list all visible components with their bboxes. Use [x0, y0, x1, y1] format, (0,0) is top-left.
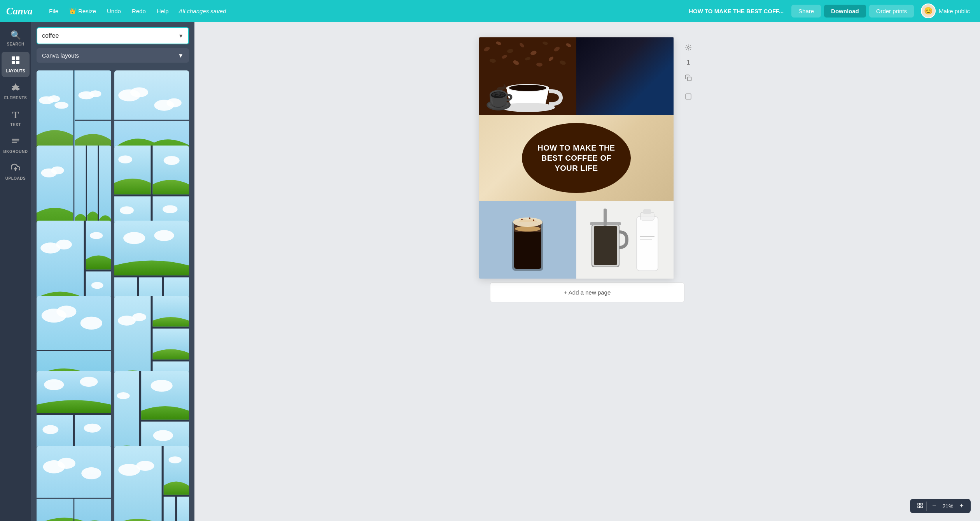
share-button[interactable]: Share: [791, 5, 821, 18]
canvas-options-button[interactable]: [681, 40, 695, 54]
sidebar-item-text[interactable]: T TEXT: [2, 105, 30, 131]
svg-rect-1: [12, 56, 15, 60]
svg-point-86: [117, 392, 130, 399]
svg-point-77: [44, 379, 64, 390]
layouts-dropdown[interactable]: Canva layouts ▼: [37, 48, 189, 63]
svg-rect-162: [920, 503, 922, 505]
left-panel: ▼ Canva layouts ▼: [31, 22, 194, 521]
menu-file[interactable]: File: [45, 5, 62, 17]
download-button[interactable]: Download: [824, 5, 866, 18]
svg-point-144: [521, 219, 523, 220]
order-prints-button[interactable]: Order prints: [869, 5, 914, 18]
svg-point-16: [89, 90, 102, 97]
svg-rect-163: [920, 506, 922, 508]
sidebar-icons: 🔍 SEARCH LAYOUTS ELE: [0, 22, 31, 521]
menu-redo[interactable]: Redo: [128, 5, 150, 17]
canvas-wrapper: HOW TO MAKE THE BEST COFFEE OF YOUR LIFE: [479, 37, 695, 279]
svg-point-35: [118, 156, 132, 163]
layouts-dropdown-label: Canva layouts: [42, 52, 79, 59]
svg-point-11: [48, 95, 60, 102]
svg-rect-161: [918, 503, 920, 505]
delete-page-button[interactable]: [681, 89, 695, 103]
svg-rect-134: [615, 80, 622, 87]
zoom-out-button[interactable]: −: [929, 501, 940, 511]
svg-rect-99: [114, 446, 162, 521]
background-icon: [11, 136, 20, 148]
crown-icon: 👑: [69, 8, 76, 14]
canvas-image-top-right[interactable]: [576, 37, 674, 115]
menu-undo[interactable]: Undo: [103, 5, 125, 17]
sidebar-item-layouts[interactable]: LAYOUTS: [2, 52, 30, 77]
add-page-button[interactable]: + Add a new page: [490, 282, 684, 302]
canvas-title: HOW TO MAKE THE BEST COFFEE OF YOUR LIFE: [530, 143, 623, 173]
make-public-button[interactable]: 😊 Make public: [917, 1, 974, 21]
text-icon: T: [12, 109, 19, 121]
svg-point-27: [51, 167, 64, 174]
svg-point-55: [154, 230, 174, 241]
uploads-icon: [11, 163, 20, 175]
zoom-fit-button[interactable]: [914, 502, 927, 511]
svg-rect-104: [164, 497, 175, 521]
zoom-controls: − 21% +: [910, 499, 971, 513]
search-input[interactable]: [42, 32, 178, 39]
autosave-status: All changes saved: [176, 8, 229, 14]
layout-thumb-11[interactable]: [37, 446, 111, 521]
svg-point-142: [515, 226, 541, 232]
svg-point-158: [688, 47, 690, 49]
svg-rect-147: [576, 201, 674, 279]
svg-rect-105: [177, 497, 189, 521]
canvas-image-bottom-left[interactable]: [479, 201, 576, 279]
zoom-in-button[interactable]: +: [956, 501, 967, 511]
svg-point-78: [80, 377, 98, 387]
svg-point-39: [120, 206, 134, 214]
svg-point-12: [54, 102, 68, 109]
canvas-area: HOW TO MAKE THE BEST COFFEE OF YOUR LIFE: [194, 22, 980, 521]
canvas-image-top-left[interactable]: [479, 37, 576, 115]
sidebar-item-elements[interactable]: ELEMENTS: [2, 79, 30, 104]
canvas-image-bottom-right[interactable]: [576, 201, 674, 279]
svg-point-65: [80, 317, 102, 330]
svg-point-131: [604, 95, 646, 104]
svg-rect-160: [686, 94, 691, 99]
page-number: 1: [687, 59, 690, 66]
svg-point-5: [12, 88, 14, 90]
layout-thumb-12[interactable]: [114, 446, 189, 521]
avatar[interactable]: 😊: [921, 4, 936, 18]
canvas-bottom-row: [479, 201, 674, 279]
svg-point-88: [150, 380, 172, 392]
canvas-top-row: [479, 37, 674, 115]
svg-rect-3: [12, 61, 15, 64]
svg-point-90: [153, 430, 173, 441]
svg-point-145: [529, 218, 530, 219]
svg-point-22: [166, 98, 181, 107]
elements-icon: [11, 82, 20, 94]
sidebar-item-uploads[interactable]: UPLOADS: [2, 159, 30, 184]
svg-point-46: [56, 240, 72, 250]
duplicate-page-button[interactable]: [681, 71, 695, 85]
svg-point-146: [533, 219, 534, 221]
menu-help[interactable]: Help: [153, 5, 173, 17]
design-canvas[interactable]: HOW TO MAKE THE BEST COFFEE OF YOUR LIFE: [479, 37, 674, 279]
sidebar-item-search[interactable]: 🔍 SEARCH: [2, 26, 30, 50]
svg-rect-136: [637, 69, 646, 99]
svg-point-37: [164, 156, 180, 165]
canva-logo[interactable]: Canva: [6, 5, 37, 17]
svg-point-95: [58, 458, 75, 469]
main-body: 🔍 SEARCH LAYOUTS ELE: [0, 22, 980, 521]
svg-rect-157: [640, 239, 652, 240]
sidebar-item-background[interactable]: BKGROUND: [2, 132, 30, 158]
coffee-oval: HOW TO MAKE THE BEST COFFEE OF YOUR LIFE: [522, 123, 631, 193]
menu-resize[interactable]: 👑 Resize: [65, 5, 100, 17]
search-dropdown-arrow[interactable]: ▼: [178, 33, 184, 39]
canvas-middle-section[interactable]: HOW TO MAKE THE BEST COFFEE OF YOUR LIFE: [479, 115, 674, 201]
svg-rect-4: [16, 61, 19, 64]
svg-point-133: [606, 72, 644, 80]
svg-rect-129: [576, 37, 674, 115]
svg-point-132: [604, 72, 646, 81]
svg-rect-156: [640, 236, 654, 237]
svg-point-48: [90, 232, 103, 239]
zoom-level: 21%: [940, 503, 956, 509]
svg-rect-159: [688, 77, 691, 81]
svg-rect-2: [16, 56, 19, 60]
svg-point-80: [42, 425, 58, 434]
